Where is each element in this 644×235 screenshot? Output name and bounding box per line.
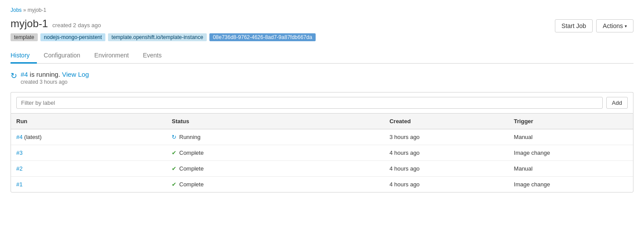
status-label: Running — [179, 134, 200, 140]
status-running: ↻Running — [172, 134, 379, 140]
breadcrumb-current: myjob-1 — [28, 7, 47, 13]
run-link[interactable]: #4 — [16, 134, 22, 140]
created-meta: created 2 days ago — [52, 22, 101, 28]
tags-row: template nodejs-mongo-persistent templat… — [11, 33, 316, 41]
cell-status: ✔Complete — [166, 145, 384, 161]
run-link[interactable]: #2 — [16, 165, 22, 172]
check-icon: ✔ — [172, 150, 176, 156]
table-header-row: Run Status Created Trigger — [11, 114, 633, 129]
runs-table: Run Status Created Trigger #4 (latest)↻R… — [11, 114, 633, 192]
col-header-created: Created — [384, 114, 508, 129]
cell-status: ✔Complete — [166, 161, 384, 177]
table-row: #4 (latest)↻Running3 hours agoManual — [11, 129, 633, 145]
col-header-run: Run — [11, 114, 166, 129]
status-label: Complete — [179, 150, 204, 156]
cell-run: #1 — [11, 177, 166, 192]
filter-row: Add — [11, 92, 633, 113]
check-icon: ✔ — [172, 165, 176, 172]
status-complete: ✔Complete — [172, 181, 379, 188]
status-label: Complete — [179, 165, 204, 172]
tab-events[interactable]: Events — [136, 48, 169, 64]
cell-run: #3 — [11, 145, 166, 161]
filter-input[interactable] — [16, 97, 603, 109]
cell-created: 4 hours ago — [384, 145, 508, 161]
status-complete: ✔Complete — [172, 165, 379, 172]
run-number-link[interactable]: #4 — [21, 71, 28, 78]
cell-created: 3 hours ago — [384, 129, 508, 145]
cell-status: ✔Complete — [166, 177, 384, 192]
running-is-text: is running. — [30, 71, 60, 78]
tabs-nav: History Configuration Environment Events — [11, 48, 633, 64]
spin-icon: ↻ — [172, 134, 176, 140]
runs-table-container: Run Status Created Trigger #4 (latest)↻R… — [11, 113, 633, 192]
cell-run: #2 — [11, 161, 166, 177]
running-spin-icon: ↻ — [11, 71, 17, 81]
tag-hash[interactable]: 08e736d8-9762-4626-8ad7-9a87fdb667da — [209, 33, 316, 41]
tab-history[interactable]: History — [11, 48, 37, 64]
running-text: #4 is running. View Log created 3 hours … — [21, 71, 89, 85]
actions-button[interactable]: Actions ▾ — [596, 19, 633, 32]
breadcrumb-separator: » — [23, 7, 26, 13]
tag-template-instance[interactable]: template.openshift.io/template-instance — [108, 33, 207, 41]
cell-trigger: Manual — [509, 161, 633, 177]
col-header-trigger: Trigger — [509, 114, 633, 129]
chevron-down-icon: ▾ — [625, 24, 627, 28]
cell-trigger: Image change — [509, 177, 633, 192]
page-title: myjob-1 created 2 days ago — [11, 18, 316, 30]
run-suffix: (latest) — [22, 134, 41, 140]
add-filter-button[interactable]: Add — [606, 97, 628, 109]
actions-label: Actions — [603, 22, 623, 29]
page-header: myjob-1 created 2 days ago template node… — [11, 18, 633, 41]
cell-run: #4 (latest) — [11, 129, 166, 145]
check-icon: ✔ — [172, 181, 176, 188]
start-job-button[interactable]: Start Job — [555, 19, 593, 32]
running-banner: ↻ #4 is running. View Log created 3 hour… — [11, 71, 633, 85]
table-row: #1✔Complete4 hours agoImage change — [11, 177, 633, 192]
run-link[interactable]: #3 — [16, 150, 22, 156]
running-sub: created 3 hours ago — [21, 79, 89, 85]
cell-status: ↻Running — [166, 129, 384, 145]
tag-nodejs[interactable]: nodejs-mongo-persistent — [40, 33, 105, 41]
tag-template[interactable]: template — [11, 33, 38, 41]
status-complete: ✔Complete — [172, 150, 379, 156]
table-row: #3✔Complete4 hours agoImage change — [11, 145, 633, 161]
running-title: #4 is running. View Log — [21, 71, 89, 78]
cell-created: 4 hours ago — [384, 177, 508, 192]
cell-created: 4 hours ago — [384, 161, 508, 177]
header-actions: Start Job Actions ▾ — [555, 18, 633, 32]
tab-environment[interactable]: Environment — [87, 48, 136, 64]
col-header-status: Status — [166, 114, 384, 129]
run-link[interactable]: #1 — [16, 181, 22, 188]
cell-trigger: Image change — [509, 145, 633, 161]
cell-trigger: Manual — [509, 129, 633, 145]
page-title-area: myjob-1 created 2 days ago template node… — [11, 18, 316, 41]
breadcrumb: Jobs » myjob-1 — [11, 7, 633, 13]
table-row: #2✔Complete4 hours agoManual — [11, 161, 633, 177]
status-label: Complete — [179, 181, 204, 188]
tab-configuration[interactable]: Configuration — [37, 48, 87, 64]
job-name: myjob-1 — [11, 18, 48, 30]
breadcrumb-jobs-link[interactable]: Jobs — [11, 7, 22, 13]
view-log-link[interactable]: View Log — [62, 71, 89, 78]
